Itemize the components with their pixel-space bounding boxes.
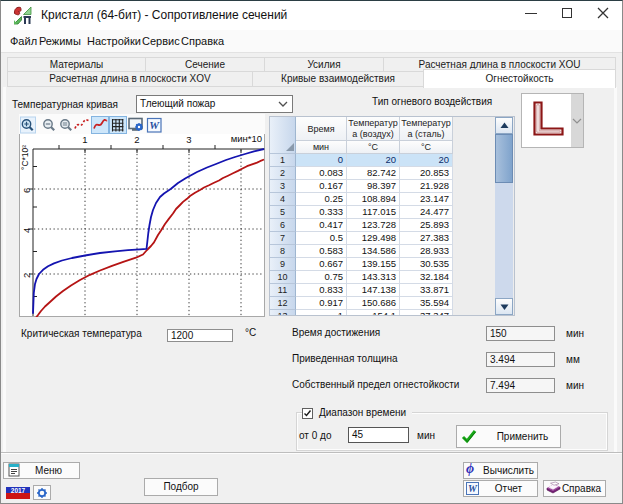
svg-text:мин*10: мин*10 xyxy=(231,133,262,144)
svg-text:W: W xyxy=(468,483,478,494)
svg-text:W: W xyxy=(149,119,160,131)
svg-text:2: 2 xyxy=(21,273,32,278)
svg-text:2: 2 xyxy=(134,134,139,145)
svg-text:1: 1 xyxy=(82,134,87,145)
svg-text:°C*10²: °C*10² xyxy=(20,145,30,170)
svg-text:6: 6 xyxy=(21,188,32,193)
svg-text:3: 3 xyxy=(186,134,191,145)
svg-text:4: 4 xyxy=(21,228,32,233)
